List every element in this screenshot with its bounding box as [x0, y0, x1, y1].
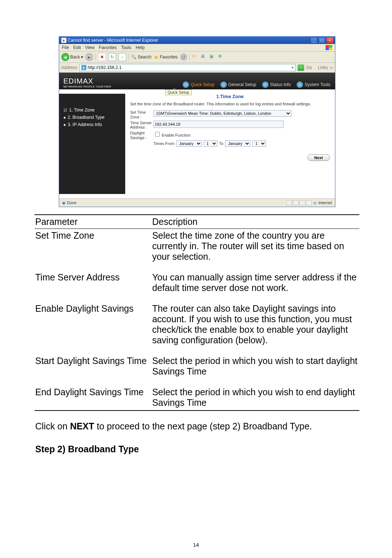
go-label: Go — [306, 65, 312, 70]
address-label: Address — [61, 65, 77, 70]
favorites-button[interactable]: ★ Favorites — [154, 54, 177, 61]
desc-cell: You can manually assign time server addr… — [151, 271, 359, 302]
to-day-select[interactable]: 1 — [252, 140, 266, 147]
back-icon: ◄ — [61, 53, 69, 61]
wizard-content: ▼ Quick Setup 1.Time Zone Set the time z… — [125, 89, 335, 198]
param-cell: Start Daylight Savings Time — [34, 354, 151, 385]
star-icon: ★ — [154, 54, 159, 61]
param-cell: Time Server Address — [34, 271, 151, 302]
go-button[interactable]: → — [298, 64, 304, 71]
step2-heading: Step 2) Broadband Type — [35, 444, 359, 454]
minimize-button[interactable]: _ — [310, 37, 318, 44]
param-cell: End Daylight Savings Time — [34, 385, 151, 411]
globe-icon — [297, 81, 303, 88]
mail-icon[interactable]: ✉ — [192, 54, 199, 60]
search-button[interactable]: 🔍 Search — [131, 54, 151, 60]
internet-zone-icon: ◎ — [313, 201, 317, 205]
page-number: 14 — [0, 542, 392, 548]
tab-general-setup[interactable]: General Setup — [220, 81, 256, 88]
next-instruction: Click on NEXT to proceed to the next pag… — [35, 421, 359, 432]
label-set-timezone: Set Time Zone : — [130, 110, 152, 119]
desc-cell: Select the time zone of the country you … — [151, 229, 359, 271]
step-description: Set the time zone of the Broadband route… — [130, 101, 330, 106]
timezone-select[interactable]: (GMT)Greenwich Mean Time: Dublin, Edinbu… — [154, 110, 291, 117]
label-timeserver: Time Server Address : — [130, 121, 152, 130]
edit-icon[interactable]: ▣ — [209, 54, 216, 60]
page-done-icon: ◉ — [62, 201, 66, 205]
discuss-icon[interactable]: ☸ — [218, 54, 225, 60]
sidebar-item-broadband[interactable]: 2. Broadband Type — [64, 114, 122, 121]
to-month-select[interactable]: January — [225, 140, 250, 147]
menu-help[interactable]: Help — [136, 45, 145, 50]
tab-system-tools[interactable]: System Tools — [297, 81, 330, 88]
url-text: http://192.158.2.1 — [88, 65, 122, 70]
toolbar: ◄ Back ▾ ► ✖ ↻ ⌂ 🔍 Search ★ Favorites ↺ … — [59, 52, 335, 63]
quick-setup-tooltip: Quick Setup — [165, 89, 192, 95]
next-button[interactable]: Next — [307, 154, 330, 161]
address-input[interactable]: e http://192.158.2.1 ▾ — [79, 64, 295, 71]
status-panes — [286, 200, 312, 205]
label-daylight: Daylight Savings : — [130, 131, 152, 140]
edimax-tagline: NETWORKING PEOPLE TOGETHER — [64, 85, 111, 88]
times-from-label: Times From — [154, 141, 175, 146]
status-zone: Internet — [318, 201, 332, 205]
stop-button[interactable]: ✖ — [98, 53, 106, 61]
sidebar-item-ipaddress[interactable]: 3. IP Address Info — [64, 121, 122, 128]
browser-statusbar: ◉ Done ◎ Internet — [59, 198, 335, 207]
globe-icon — [183, 81, 189, 88]
col-header-description: Description — [151, 215, 359, 229]
menu-edit[interactable]: Edit — [73, 45, 81, 50]
globe-icon — [262, 81, 269, 88]
menu-bar: File Edit View Favorites Tools Help — [59, 44, 335, 52]
table-row: Start Daylight Savings Time Select the p… — [34, 354, 359, 385]
param-cell: Set Time Zone — [34, 229, 151, 271]
window-titlebar: e Cannot find server - Microsoft Interne… — [59, 37, 335, 44]
menu-file[interactable]: File — [62, 45, 69, 50]
close-button[interactable]: × — [326, 37, 334, 44]
menu-tools[interactable]: Tools — [121, 45, 131, 50]
wizard-sidebar: 1. Time Zone 2. Broadband Type 3. IP Add… — [59, 94, 125, 194]
sidebar-item-timezone[interactable]: 1. Time Zone — [64, 106, 122, 114]
enable-daylight-checkbox[interactable] — [155, 132, 160, 137]
to-label: To — [219, 141, 224, 146]
home-button[interactable]: ⌂ — [118, 53, 126, 61]
links-chevron-icon[interactable]: » — [330, 65, 333, 70]
table-row: Time Server Address You can manually ass… — [34, 271, 359, 302]
step-heading: 1.Time Zone — [130, 94, 330, 99]
status-done: Done — [67, 201, 77, 205]
from-month-select[interactable]: January — [176, 140, 202, 147]
router-page: EDIMAX NETWORKING PEOPLE TOGETHER Quick … — [59, 73, 335, 207]
tab-quick-setup[interactable]: Quick Setup — [183, 81, 214, 88]
col-header-parameter: Parameter — [34, 215, 151, 229]
desc-cell: The router can also take Daylight saving… — [151, 302, 359, 354]
ie-icon: e — [61, 38, 66, 43]
refresh-button[interactable]: ↻ — [108, 53, 116, 61]
edimax-logo: EDIMAX — [64, 77, 94, 85]
links-label[interactable]: Links — [318, 65, 328, 70]
ie-browser-window: e Cannot find server - Microsoft Interne… — [59, 36, 335, 207]
desc-cell: Select the period in which you wish to s… — [151, 354, 359, 385]
param-cell: Enable Daylight Savings — [34, 302, 151, 354]
table-row: End Daylight Savings Time Select the per… — [34, 385, 359, 411]
print-icon[interactable]: 🖶 — [201, 54, 207, 60]
desc-cell: Select the period in which you wish to e… — [151, 385, 359, 411]
router-header: EDIMAX NETWORKING PEOPLE TOGETHER Quick … — [59, 73, 335, 89]
table-row: Enable Daylight Savings The router can a… — [34, 302, 359, 354]
forward-button[interactable]: ► — [85, 53, 93, 61]
windows-flag-icon — [326, 45, 332, 50]
menu-favorites[interactable]: Favorites — [99, 45, 117, 50]
back-button[interactable]: ◄ Back ▾ — [61, 53, 83, 61]
search-icon: 🔍 — [131, 54, 136, 60]
history-button[interactable]: ↺ — [180, 53, 187, 61]
from-day-select[interactable]: 1 — [204, 140, 217, 147]
tab-status-info[interactable]: Status Info — [262, 81, 291, 88]
globe-icon — [220, 81, 227, 88]
maximize-button[interactable]: □ — [318, 37, 326, 44]
timeserver-input[interactable] — [154, 121, 283, 128]
dropdown-icon[interactable]: ▾ — [291, 65, 294, 70]
page-icon: e — [81, 65, 86, 70]
parameter-table: Parameter Description Set Time Zone Sele… — [34, 214, 359, 411]
address-bar: Address e http://192.158.2.1 ▾ → Go Link… — [59, 63, 335, 73]
menu-view[interactable]: View — [85, 45, 95, 50]
enable-function-label: Enable Function — [162, 133, 191, 137]
